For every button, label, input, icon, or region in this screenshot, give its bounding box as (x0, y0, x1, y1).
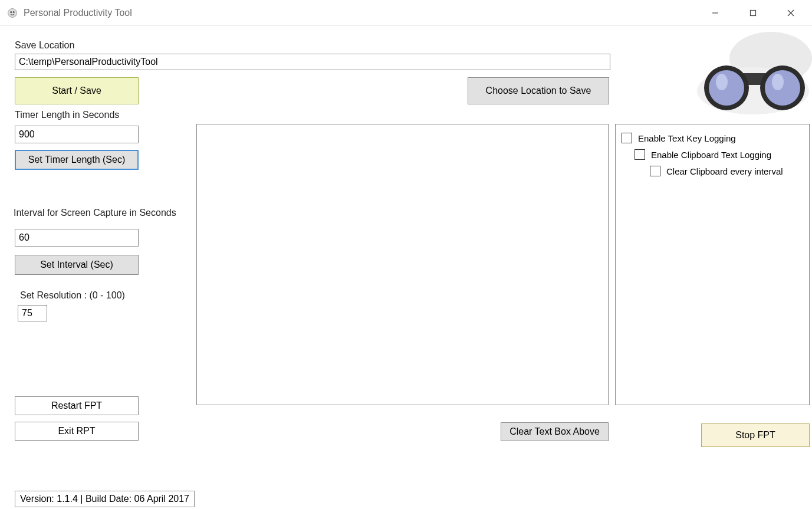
clear-textbox-button[interactable]: Clear Text Box Above (501, 422, 609, 441)
timer-length-input[interactable] (15, 126, 139, 143)
interval-input[interactable] (15, 229, 139, 247)
clear-clipboard-label: Clear Clipboard every interval (666, 166, 783, 176)
content-area: Save Location Start / Save Choose Locati… (0, 26, 812, 509)
maximize-icon (749, 9, 757, 17)
set-interval-button[interactable]: Set Interval (Sec) (15, 255, 139, 275)
log-textbox[interactable] (196, 124, 609, 405)
enable-clipboard-logging-checkbox[interactable]: Enable Clipboard Text Logging (635, 149, 803, 160)
resolution-input[interactable] (18, 305, 47, 321)
version-status: Version: 1.1.4 | Build Date: 06 April 20… (15, 491, 195, 507)
svg-point-2 (13, 11, 15, 13)
checkbox-icon (622, 133, 632, 143)
svg-point-0 (8, 8, 17, 17)
enable-clipboard-logging-label: Enable Clipboard Text Logging (651, 150, 771, 160)
choose-location-button[interactable]: Choose Location to Save (468, 77, 609, 104)
close-button[interactable] (780, 5, 801, 21)
window-controls (705, 5, 805, 21)
save-location-input[interactable] (15, 54, 610, 70)
timer-length-label: Timer Length in Seconds (15, 110, 119, 120)
restart-button[interactable]: Restart FPT (15, 396, 139, 415)
set-timer-button[interactable]: Set Timer Length (Sec) (15, 150, 139, 170)
checkbox-icon (650, 166, 660, 176)
svg-point-14 (716, 74, 728, 90)
svg-rect-4 (751, 10, 756, 15)
svg-point-17 (772, 74, 784, 90)
minimize-icon (712, 9, 719, 17)
exit-button[interactable]: Exit RPT (15, 422, 139, 441)
enable-key-logging-label: Enable Text Key Logging (638, 133, 736, 143)
close-icon (787, 9, 794, 17)
start-save-button[interactable]: Start / Save (15, 77, 139, 104)
enable-key-logging-checkbox[interactable]: Enable Text Key Logging (622, 133, 803, 143)
svg-point-1 (10, 11, 12, 13)
titlebar: Personal Productivity Tool (0, 0, 812, 26)
svg-point-16 (765, 70, 800, 106)
minimize-button[interactable] (705, 5, 726, 21)
interval-label: Interval for Screen Capture in Seconds (14, 208, 176, 218)
stop-button[interactable]: Stop FPT (701, 423, 810, 447)
window-title: Personal Productivity Tool (24, 8, 132, 18)
svg-point-13 (709, 70, 744, 106)
checkbox-icon (635, 149, 645, 160)
maximize-button[interactable] (742, 5, 764, 21)
resolution-label: Set Resolution : (0 - 100) (20, 290, 125, 301)
app-icon (7, 8, 18, 18)
mascot-area (676, 26, 812, 120)
binoculars-icon (694, 32, 812, 114)
save-location-label: Save Location (15, 40, 74, 51)
options-panel: Enable Text Key Logging Enable Clipboard… (615, 124, 810, 405)
clear-clipboard-checkbox[interactable]: Clear Clipboard every interval (650, 166, 803, 176)
